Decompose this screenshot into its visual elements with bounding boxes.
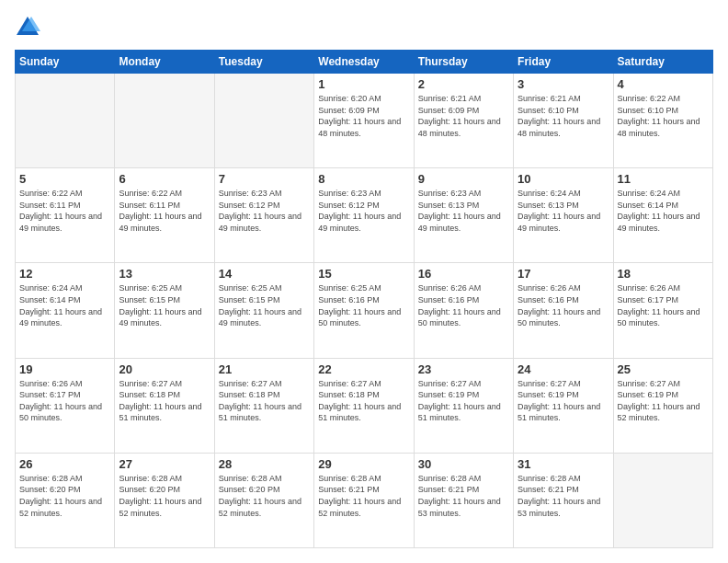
weekday-header-thursday: Thursday: [414, 51, 513, 74]
day-info: Sunrise: 6:22 AMSunset: 6:10 PMDaylight:…: [618, 93, 709, 139]
calendar-cell: 2Sunrise: 6:21 AMSunset: 6:09 PMDaylight…: [414, 74, 513, 168]
day-info: Sunrise: 6:28 AMSunset: 6:21 PMDaylight:…: [418, 473, 509, 519]
calendar-week-row: 26Sunrise: 6:28 AMSunset: 6:20 PMDayligh…: [16, 453, 713, 547]
calendar-table: SundayMondayTuesdayWednesdayThursdayFrid…: [15, 50, 713, 548]
calendar-cell: 18Sunrise: 6:26 AMSunset: 6:17 PMDayligh…: [613, 263, 712, 358]
calendar-cell: 8Sunrise: 6:23 AMSunset: 6:12 PMDaylight…: [314, 168, 414, 263]
day-info: Sunrise: 6:27 AMSunset: 6:18 PMDaylight:…: [318, 378, 409, 424]
day-info: Sunrise: 6:25 AMSunset: 6:15 PMDaylight:…: [119, 282, 210, 328]
day-info: Sunrise: 6:28 AMSunset: 6:21 PMDaylight:…: [318, 473, 409, 519]
day-info: Sunrise: 6:22 AMSunset: 6:11 PMDaylight:…: [19, 188, 110, 234]
weekday-header-row: SundayMondayTuesdayWednesdayThursdayFrid…: [16, 51, 713, 74]
calendar-header: SundayMondayTuesdayWednesdayThursdayFrid…: [16, 51, 713, 74]
logo: [15, 15, 44, 40]
page: SundayMondayTuesdayWednesdayThursdayFrid…: [0, 0, 728, 563]
day-info: Sunrise: 6:26 AMSunset: 6:17 PMDaylight:…: [618, 282, 709, 328]
weekday-header-monday: Monday: [115, 51, 214, 74]
day-number: 3: [518, 77, 609, 91]
calendar-cell: 28Sunrise: 6:28 AMSunset: 6:20 PMDayligh…: [214, 453, 313, 547]
day-number: 10: [518, 172, 609, 186]
day-number: 9: [418, 172, 509, 186]
calendar-cell: 16Sunrise: 6:26 AMSunset: 6:16 PMDayligh…: [414, 263, 513, 358]
day-number: 2: [418, 77, 509, 91]
day-number: 25: [618, 362, 709, 376]
day-number: 12: [19, 267, 110, 281]
calendar-cell: 29Sunrise: 6:28 AMSunset: 6:21 PMDayligh…: [314, 453, 414, 547]
day-info: Sunrise: 6:28 AMSunset: 6:20 PMDaylight:…: [219, 473, 310, 519]
day-number: 30: [418, 457, 509, 471]
calendar-cell: 1Sunrise: 6:20 AMSunset: 6:09 PMDaylight…: [314, 74, 414, 168]
day-info: Sunrise: 6:24 AMSunset: 6:14 PMDaylight:…: [19, 282, 110, 328]
day-info: Sunrise: 6:28 AMSunset: 6:20 PMDaylight:…: [19, 473, 110, 519]
day-number: 28: [219, 457, 310, 471]
day-info: Sunrise: 6:24 AMSunset: 6:13 PMDaylight:…: [518, 188, 609, 234]
calendar-cell: 25Sunrise: 6:27 AMSunset: 6:19 PMDayligh…: [613, 358, 712, 453]
day-info: Sunrise: 6:25 AMSunset: 6:15 PMDaylight:…: [219, 282, 310, 328]
day-number: 16: [418, 267, 509, 281]
day-info: Sunrise: 6:22 AMSunset: 6:11 PMDaylight:…: [119, 188, 210, 234]
day-info: Sunrise: 6:21 AMSunset: 6:10 PMDaylight:…: [518, 93, 609, 139]
day-number: 18: [618, 267, 709, 281]
day-number: 13: [119, 267, 210, 281]
calendar-week-row: 12Sunrise: 6:24 AMSunset: 6:14 PMDayligh…: [16, 263, 713, 358]
calendar-cell: 23Sunrise: 6:27 AMSunset: 6:19 PMDayligh…: [414, 358, 513, 453]
day-number: 17: [518, 267, 609, 281]
day-info: Sunrise: 6:28 AMSunset: 6:21 PMDaylight:…: [518, 473, 609, 519]
header: [15, 15, 713, 40]
calendar-cell: [115, 74, 214, 168]
calendar-cell: 24Sunrise: 6:27 AMSunset: 6:19 PMDayligh…: [514, 358, 613, 453]
calendar-week-row: 5Sunrise: 6:22 AMSunset: 6:11 PMDaylight…: [16, 168, 713, 263]
day-number: 22: [318, 362, 409, 376]
calendar-cell: 5Sunrise: 6:22 AMSunset: 6:11 PMDaylight…: [16, 168, 115, 263]
day-info: Sunrise: 6:28 AMSunset: 6:20 PMDaylight:…: [119, 473, 210, 519]
calendar-cell: 31Sunrise: 6:28 AMSunset: 6:21 PMDayligh…: [514, 453, 613, 547]
day-info: Sunrise: 6:25 AMSunset: 6:16 PMDaylight:…: [318, 282, 409, 328]
day-number: 31: [518, 457, 609, 471]
day-number: 11: [618, 172, 709, 186]
calendar-cell: 27Sunrise: 6:28 AMSunset: 6:20 PMDayligh…: [115, 453, 214, 547]
calendar-cell: 12Sunrise: 6:24 AMSunset: 6:14 PMDayligh…: [16, 263, 115, 358]
weekday-header-tuesday: Tuesday: [214, 51, 313, 74]
weekday-header-saturday: Saturday: [613, 51, 712, 74]
day-info: Sunrise: 6:23 AMSunset: 6:12 PMDaylight:…: [219, 188, 310, 234]
calendar-cell: 21Sunrise: 6:27 AMSunset: 6:18 PMDayligh…: [214, 358, 313, 453]
day-info: Sunrise: 6:23 AMSunset: 6:13 PMDaylight:…: [418, 188, 509, 234]
weekday-header-friday: Friday: [514, 51, 613, 74]
day-number: 20: [119, 362, 210, 376]
day-number: 6: [119, 172, 210, 186]
calendar-cell: 26Sunrise: 6:28 AMSunset: 6:20 PMDayligh…: [16, 453, 115, 547]
calendar-week-row: 19Sunrise: 6:26 AMSunset: 6:17 PMDayligh…: [16, 358, 713, 453]
weekday-header-wednesday: Wednesday: [314, 51, 414, 74]
calendar-cell: 19Sunrise: 6:26 AMSunset: 6:17 PMDayligh…: [16, 358, 115, 453]
day-number: 26: [19, 457, 110, 471]
day-info: Sunrise: 6:27 AMSunset: 6:19 PMDaylight:…: [418, 378, 509, 424]
day-number: 21: [219, 362, 310, 376]
day-number: 24: [518, 362, 609, 376]
day-number: 14: [219, 267, 310, 281]
calendar-cell: 4Sunrise: 6:22 AMSunset: 6:10 PMDaylight…: [613, 74, 712, 168]
day-info: Sunrise: 6:23 AMSunset: 6:12 PMDaylight:…: [318, 188, 409, 234]
day-number: 27: [119, 457, 210, 471]
calendar-cell: 17Sunrise: 6:26 AMSunset: 6:16 PMDayligh…: [514, 263, 613, 358]
calendar-cell: 15Sunrise: 6:25 AMSunset: 6:16 PMDayligh…: [314, 263, 414, 358]
calendar-cell: [613, 453, 712, 547]
day-number: 4: [618, 77, 709, 91]
calendar-cell: 30Sunrise: 6:28 AMSunset: 6:21 PMDayligh…: [414, 453, 513, 547]
day-number: 1: [318, 77, 409, 91]
calendar-body: 1Sunrise: 6:20 AMSunset: 6:09 PMDaylight…: [16, 74, 713, 548]
calendar-cell: 20Sunrise: 6:27 AMSunset: 6:18 PMDayligh…: [115, 358, 214, 453]
logo-icon: [15, 15, 40, 40]
calendar-cell: [214, 74, 313, 168]
calendar-cell: [16, 74, 115, 168]
calendar-week-row: 1Sunrise: 6:20 AMSunset: 6:09 PMDaylight…: [16, 74, 713, 168]
day-number: 23: [418, 362, 509, 376]
day-info: Sunrise: 6:20 AMSunset: 6:09 PMDaylight:…: [318, 93, 409, 139]
calendar-cell: 22Sunrise: 6:27 AMSunset: 6:18 PMDayligh…: [314, 358, 414, 453]
day-number: 15: [318, 267, 409, 281]
day-info: Sunrise: 6:27 AMSunset: 6:18 PMDaylight:…: [219, 378, 310, 424]
day-info: Sunrise: 6:27 AMSunset: 6:19 PMDaylight:…: [518, 378, 609, 424]
day-number: 7: [219, 172, 310, 186]
day-info: Sunrise: 6:27 AMSunset: 6:19 PMDaylight:…: [618, 378, 709, 424]
day-info: Sunrise: 6:24 AMSunset: 6:14 PMDaylight:…: [618, 188, 709, 234]
calendar-cell: 13Sunrise: 6:25 AMSunset: 6:15 PMDayligh…: [115, 263, 214, 358]
